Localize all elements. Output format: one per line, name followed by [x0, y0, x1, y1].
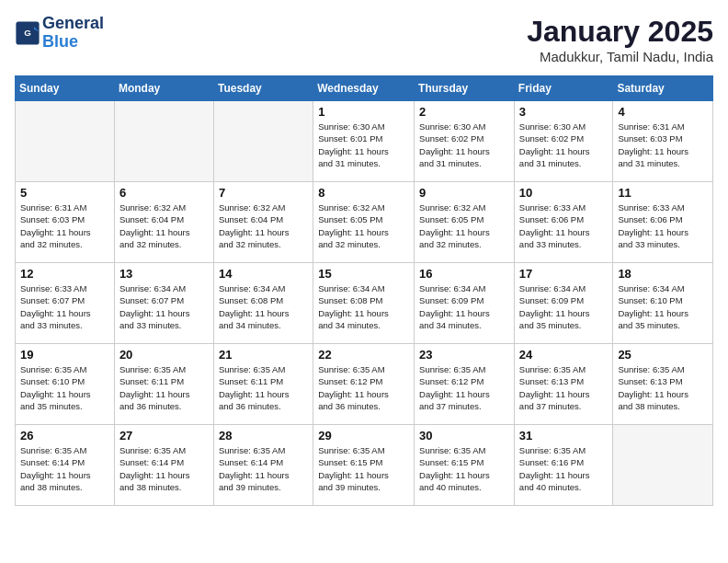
day-number: 8	[318, 186, 409, 200]
calendar-cell: 22Sunrise: 6:35 AM Sunset: 6:12 PM Dayli…	[313, 344, 415, 425]
header-sunday: Sunday	[16, 76, 115, 101]
calendar-cell: 17Sunrise: 6:34 AM Sunset: 6:09 PM Dayli…	[514, 263, 613, 344]
day-info: Sunrise: 6:35 AM Sunset: 6:14 PM Dayligh…	[119, 444, 209, 493]
day-number: 19	[20, 348, 109, 362]
calendar-cell: 13Sunrise: 6:34 AM Sunset: 6:07 PM Dayli…	[114, 263, 213, 344]
day-number: 15	[318, 267, 409, 281]
calendar-cell: 29Sunrise: 6:35 AM Sunset: 6:15 PM Dayli…	[313, 425, 415, 506]
logo-name: GeneralBlue	[42, 15, 104, 52]
svg-text:G: G	[24, 28, 31, 38]
day-number: 27	[119, 429, 209, 442]
calendar-cell: 11Sunrise: 6:33 AM Sunset: 6:06 PM Dayli…	[613, 182, 713, 263]
day-info: Sunrise: 6:32 AM Sunset: 6:05 PM Dayligh…	[318, 201, 409, 250]
week-row-5: 26Sunrise: 6:35 AM Sunset: 6:14 PM Dayli…	[16, 425, 713, 506]
calendar-table: SundayMondayTuesdayWednesdayThursdayFrid…	[15, 75, 713, 506]
calendar-cell: 5Sunrise: 6:31 AM Sunset: 6:03 PM Daylig…	[16, 182, 115, 263]
day-info: Sunrise: 6:34 AM Sunset: 6:08 PM Dayligh…	[318, 282, 409, 331]
header-friday: Friday	[514, 76, 613, 101]
day-info: Sunrise: 6:35 AM Sunset: 6:12 PM Dayligh…	[419, 363, 509, 412]
day-info: Sunrise: 6:34 AM Sunset: 6:07 PM Dayligh…	[119, 282, 209, 331]
calendar-cell: 4Sunrise: 6:31 AM Sunset: 6:03 PM Daylig…	[613, 101, 713, 182]
day-number: 20	[119, 348, 209, 362]
calendar-cell: 21Sunrise: 6:35 AM Sunset: 6:11 PM Dayli…	[213, 344, 313, 425]
day-number: 16	[419, 267, 509, 281]
day-info: Sunrise: 6:34 AM Sunset: 6:08 PM Dayligh…	[219, 282, 308, 331]
day-info: Sunrise: 6:34 AM Sunset: 6:09 PM Dayligh…	[419, 282, 509, 331]
calendar-cell: 12Sunrise: 6:33 AM Sunset: 6:07 PM Dayli…	[16, 263, 115, 344]
calendar-cell: 27Sunrise: 6:35 AM Sunset: 6:14 PM Dayli…	[114, 425, 213, 506]
week-row-4: 19Sunrise: 6:35 AM Sunset: 6:10 PM Dayli…	[16, 344, 713, 425]
day-number: 7	[219, 186, 308, 200]
calendar-cell: 25Sunrise: 6:35 AM Sunset: 6:13 PM Dayli…	[613, 344, 713, 425]
logo-icon: G	[15, 20, 40, 46]
day-info: Sunrise: 6:30 AM Sunset: 6:02 PM Dayligh…	[519, 121, 609, 169]
calendar-cell: 28Sunrise: 6:35 AM Sunset: 6:14 PM Dayli…	[213, 425, 313, 506]
day-number: 6	[119, 186, 209, 200]
calendar-cell	[114, 101, 213, 182]
day-info: Sunrise: 6:35 AM Sunset: 6:12 PM Dayligh…	[318, 363, 409, 412]
day-info: Sunrise: 6:33 AM Sunset: 6:07 PM Dayligh…	[20, 282, 109, 331]
header-row: SundayMondayTuesdayWednesdayThursdayFrid…	[16, 76, 713, 101]
day-number: 29	[318, 429, 409, 442]
day-info: Sunrise: 6:33 AM Sunset: 6:06 PM Dayligh…	[618, 201, 708, 250]
calendar-cell: 15Sunrise: 6:34 AM Sunset: 6:08 PM Dayli…	[313, 263, 415, 344]
calendar-cell: 23Sunrise: 6:35 AM Sunset: 6:12 PM Dayli…	[415, 344, 515, 425]
calendar-cell: 26Sunrise: 6:35 AM Sunset: 6:14 PM Dayli…	[16, 425, 115, 506]
calendar-cell: 2Sunrise: 6:30 AM Sunset: 6:02 PM Daylig…	[415, 101, 515, 182]
page-header: G GeneralBlue January 2025 Madukkur, Tam…	[15, 15, 713, 64]
location-subtitle: Madukkur, Tamil Nadu, India	[527, 49, 713, 64]
day-number: 1	[318, 105, 409, 119]
day-number: 22	[318, 348, 409, 362]
day-info: Sunrise: 6:32 AM Sunset: 6:05 PM Dayligh…	[419, 201, 509, 250]
day-number: 3	[519, 105, 609, 119]
calendar-cell: 30Sunrise: 6:35 AM Sunset: 6:15 PM Dayli…	[415, 425, 515, 506]
day-info: Sunrise: 6:30 AM Sunset: 6:01 PM Dayligh…	[318, 121, 409, 169]
calendar-cell: 7Sunrise: 6:32 AM Sunset: 6:04 PM Daylig…	[213, 182, 313, 263]
day-number: 4	[618, 105, 708, 119]
day-info: Sunrise: 6:35 AM Sunset: 6:14 PM Dayligh…	[219, 444, 308, 493]
day-number: 18	[618, 267, 708, 281]
calendar-cell	[613, 425, 713, 506]
day-info: Sunrise: 6:35 AM Sunset: 6:15 PM Dayligh…	[318, 444, 409, 493]
day-number: 26	[20, 429, 109, 442]
calendar-cell: 9Sunrise: 6:32 AM Sunset: 6:05 PM Daylig…	[415, 182, 515, 263]
day-info: Sunrise: 6:35 AM Sunset: 6:16 PM Dayligh…	[519, 444, 609, 493]
day-info: Sunrise: 6:35 AM Sunset: 6:11 PM Dayligh…	[219, 363, 308, 412]
day-info: Sunrise: 6:33 AM Sunset: 6:06 PM Dayligh…	[519, 201, 609, 250]
calendar-cell	[16, 101, 115, 182]
calendar-cell: 16Sunrise: 6:34 AM Sunset: 6:09 PM Dayli…	[415, 263, 515, 344]
title-block: January 2025 Madukkur, Tamil Nadu, India	[527, 15, 713, 64]
day-info: Sunrise: 6:35 AM Sunset: 6:15 PM Dayligh…	[419, 444, 509, 493]
header-saturday: Saturday	[613, 76, 713, 101]
day-number: 21	[219, 348, 308, 362]
calendar-cell: 18Sunrise: 6:34 AM Sunset: 6:10 PM Dayli…	[613, 263, 713, 344]
day-info: Sunrise: 6:31 AM Sunset: 6:03 PM Dayligh…	[20, 201, 109, 250]
day-info: Sunrise: 6:35 AM Sunset: 6:13 PM Dayligh…	[519, 363, 609, 412]
month-title: January 2025	[527, 15, 713, 49]
day-info: Sunrise: 6:35 AM Sunset: 6:14 PM Dayligh…	[20, 444, 109, 493]
day-number: 9	[419, 186, 509, 200]
day-number: 28	[219, 429, 308, 442]
week-row-2: 5Sunrise: 6:31 AM Sunset: 6:03 PM Daylig…	[16, 182, 713, 263]
calendar-cell: 3Sunrise: 6:30 AM Sunset: 6:02 PM Daylig…	[514, 101, 613, 182]
day-info: Sunrise: 6:34 AM Sunset: 6:09 PM Dayligh…	[519, 282, 609, 331]
day-number: 17	[519, 267, 609, 281]
calendar-cell: 14Sunrise: 6:34 AM Sunset: 6:08 PM Dayli…	[213, 263, 313, 344]
week-row-1: 1Sunrise: 6:30 AM Sunset: 6:01 PM Daylig…	[16, 101, 713, 182]
day-info: Sunrise: 6:35 AM Sunset: 6:13 PM Dayligh…	[618, 363, 708, 412]
calendar-cell: 10Sunrise: 6:33 AM Sunset: 6:06 PM Dayli…	[514, 182, 613, 263]
calendar-cell: 24Sunrise: 6:35 AM Sunset: 6:13 PM Dayli…	[514, 344, 613, 425]
calendar-cell: 20Sunrise: 6:35 AM Sunset: 6:11 PM Dayli…	[114, 344, 213, 425]
day-info: Sunrise: 6:32 AM Sunset: 6:04 PM Dayligh…	[219, 201, 308, 250]
day-info: Sunrise: 6:35 AM Sunset: 6:11 PM Dayligh…	[119, 363, 209, 412]
day-number: 24	[519, 348, 609, 362]
calendar-cell: 31Sunrise: 6:35 AM Sunset: 6:16 PM Dayli…	[514, 425, 613, 506]
header-tuesday: Tuesday	[213, 76, 313, 101]
day-info: Sunrise: 6:32 AM Sunset: 6:04 PM Dayligh…	[119, 201, 209, 250]
day-number: 23	[419, 348, 509, 362]
day-number: 5	[20, 186, 109, 200]
day-info: Sunrise: 6:34 AM Sunset: 6:10 PM Dayligh…	[618, 282, 708, 331]
day-number: 31	[519, 429, 609, 442]
day-number: 13	[119, 267, 209, 281]
day-number: 11	[618, 186, 708, 200]
